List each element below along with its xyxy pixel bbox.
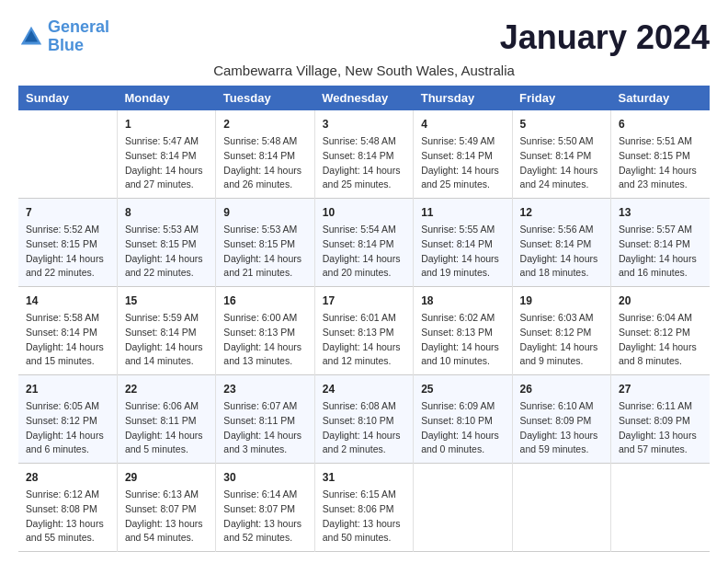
day-number: 10 — [323, 204, 405, 221]
cell-content-line: Sunset: 8:14 PM — [26, 326, 109, 340]
cell-content-line: and 16 minutes. — [619, 266, 702, 281]
cell-content-line: and 57 minutes. — [619, 442, 702, 457]
cell-content-line: Daylight: 14 hours — [421, 252, 504, 267]
day-number: 2 — [223, 116, 306, 132]
cell-content-line: Sunset: 8:13 PM — [323, 326, 405, 340]
day-number: 17 — [323, 293, 405, 309]
cell-content-line: Sunrise: 6:11 AM — [619, 399, 702, 414]
cell-content-line: and 50 minutes. — [323, 531, 405, 546]
cell-content-line: and 0 minutes. — [421, 442, 504, 457]
calendar-week-row: 1Sunrise: 5:47 AMSunset: 8:14 PMDaylight… — [18, 110, 710, 199]
calendar-cell — [414, 464, 512, 552]
cell-content-line: Sunset: 8:14 PM — [223, 149, 306, 164]
cell-content-line: Sunset: 8:06 PM — [323, 502, 405, 517]
calendar-cell: 15Sunrise: 5:59 AMSunset: 8:14 PMDayligh… — [117, 287, 215, 375]
cell-content-line: and 21 minutes. — [223, 266, 306, 281]
cell-content-line: Daylight: 14 hours — [421, 340, 504, 355]
cell-content-line: Sunrise: 6:15 AM — [323, 488, 405, 502]
cell-content-line: Sunrise: 6:05 AM — [26, 399, 109, 414]
day-number: 3 — [323, 116, 405, 132]
day-number: 9 — [223, 204, 306, 221]
cell-content-line: Sunrise: 6:00 AM — [223, 311, 306, 326]
day-number: 4 — [421, 116, 504, 132]
day-number: 5 — [520, 116, 603, 132]
cell-content-line: Sunset: 8:14 PM — [323, 237, 405, 252]
cell-content-line: and 55 minutes. — [26, 531, 109, 546]
cell-content-line: Sunset: 8:11 PM — [223, 414, 306, 429]
cell-content-line: Sunrise: 5:56 AM — [520, 223, 603, 237]
calendar-cell: 28Sunrise: 6:12 AMSunset: 8:08 PMDayligh… — [18, 464, 117, 552]
cell-content-line: Sunrise: 5:54 AM — [323, 223, 405, 237]
day-number: 11 — [421, 204, 504, 221]
calendar-cell: 16Sunrise: 6:00 AMSunset: 8:13 PMDayligh… — [216, 287, 314, 375]
day-number: 28 — [26, 469, 109, 486]
cell-content-line: and 20 minutes. — [323, 266, 405, 281]
calendar-cell: 14Sunrise: 5:58 AMSunset: 8:14 PMDayligh… — [18, 287, 117, 375]
calendar-cell — [18, 110, 117, 199]
cell-content-line: Daylight: 14 hours — [26, 340, 109, 355]
day-number: 30 — [223, 469, 306, 486]
calendar-cell: 5Sunrise: 5:50 AMSunset: 8:14 PMDaylight… — [512, 110, 610, 199]
cell-content-line: Sunset: 8:14 PM — [125, 326, 208, 340]
cell-content-line: Daylight: 13 hours — [520, 429, 603, 443]
day-number: 13 — [619, 204, 702, 221]
day-number: 16 — [223, 293, 306, 309]
cell-content-line: Daylight: 14 hours — [223, 164, 306, 178]
cell-content-line: and 5 minutes. — [125, 442, 208, 457]
cell-content-line: and 25 minutes. — [323, 178, 405, 192]
calendar-cell: 10Sunrise: 5:54 AMSunset: 8:14 PMDayligh… — [314, 199, 413, 287]
calendar-cell: 27Sunrise: 6:11 AMSunset: 8:09 PMDayligh… — [611, 375, 710, 464]
cell-content-line: Sunrise: 6:10 AM — [520, 399, 603, 414]
cell-content-line: and 10 minutes. — [421, 354, 504, 369]
title-area: January 2024 — [500, 18, 710, 57]
cell-content-line: Sunrise: 6:06 AM — [125, 399, 208, 414]
day-header-thursday: Thursday — [414, 86, 512, 110]
cell-content-line: Sunrise: 5:52 AM — [26, 223, 109, 237]
cell-content-line: and 27 minutes. — [125, 178, 208, 192]
day-number: 22 — [125, 381, 208, 397]
cell-content-line: Sunset: 8:10 PM — [421, 414, 504, 429]
calendar-cell: 22Sunrise: 6:06 AMSunset: 8:11 PMDayligh… — [117, 375, 215, 464]
cell-content-line: and 12 minutes. — [323, 354, 405, 369]
cell-content-line: Sunrise: 5:53 AM — [223, 223, 306, 237]
cell-content-line: Sunset: 8:14 PM — [421, 149, 504, 164]
cell-content-line: and 25 minutes. — [421, 178, 504, 192]
cell-content-line: and 26 minutes. — [223, 178, 306, 192]
cell-content-line: Sunrise: 6:01 AM — [323, 311, 405, 326]
day-number: 18 — [421, 293, 504, 309]
calendar-cell: 24Sunrise: 6:08 AMSunset: 8:10 PMDayligh… — [314, 375, 413, 464]
cell-content-line: Sunset: 8:07 PM — [223, 502, 306, 517]
cell-content-line: and 9 minutes. — [520, 354, 603, 369]
day-header-friday: Friday — [512, 86, 610, 110]
day-number: 23 — [223, 381, 306, 397]
cell-content-line: Daylight: 14 hours — [223, 340, 306, 355]
cell-content-line: Daylight: 14 hours — [323, 252, 405, 267]
cell-content-line: Daylight: 14 hours — [619, 252, 702, 267]
cell-content-line: Daylight: 14 hours — [125, 252, 208, 267]
day-number: 6 — [619, 116, 702, 132]
day-number: 14 — [26, 293, 109, 309]
cell-content-line: Daylight: 13 hours — [26, 517, 109, 532]
day-header-tuesday: Tuesday — [216, 86, 314, 110]
calendar-cell — [512, 464, 610, 552]
cell-content-line: and 14 minutes. — [125, 354, 208, 369]
day-number: 19 — [520, 293, 603, 309]
cell-content-line: Sunset: 8:12 PM — [520, 326, 603, 340]
cell-content-line: Sunrise: 6:12 AM — [26, 488, 109, 502]
cell-content-line: Daylight: 14 hours — [421, 429, 504, 443]
cell-content-line: Sunset: 8:09 PM — [520, 414, 603, 429]
calendar-cell: 20Sunrise: 6:04 AMSunset: 8:12 PMDayligh… — [611, 287, 710, 375]
cell-content-line: Sunrise: 5:59 AM — [125, 311, 208, 326]
calendar-cell: 7Sunrise: 5:52 AMSunset: 8:15 PMDaylight… — [18, 199, 117, 287]
calendar-week-row: 14Sunrise: 5:58 AMSunset: 8:14 PMDayligh… — [18, 287, 710, 375]
cell-content-line: Sunrise: 5:57 AM — [619, 223, 702, 237]
day-header-sunday: Sunday — [18, 86, 117, 110]
cell-content-line: Sunset: 8:07 PM — [125, 502, 208, 517]
cell-content-line: Sunset: 8:13 PM — [223, 326, 306, 340]
day-number: 24 — [323, 381, 405, 397]
day-number: 25 — [421, 381, 504, 397]
cell-content-line: Daylight: 14 hours — [125, 429, 208, 443]
calendar-cell: 25Sunrise: 6:09 AMSunset: 8:10 PMDayligh… — [414, 375, 512, 464]
cell-content-line: Daylight: 14 hours — [323, 429, 405, 443]
logo: General Blue — [18, 18, 109, 55]
